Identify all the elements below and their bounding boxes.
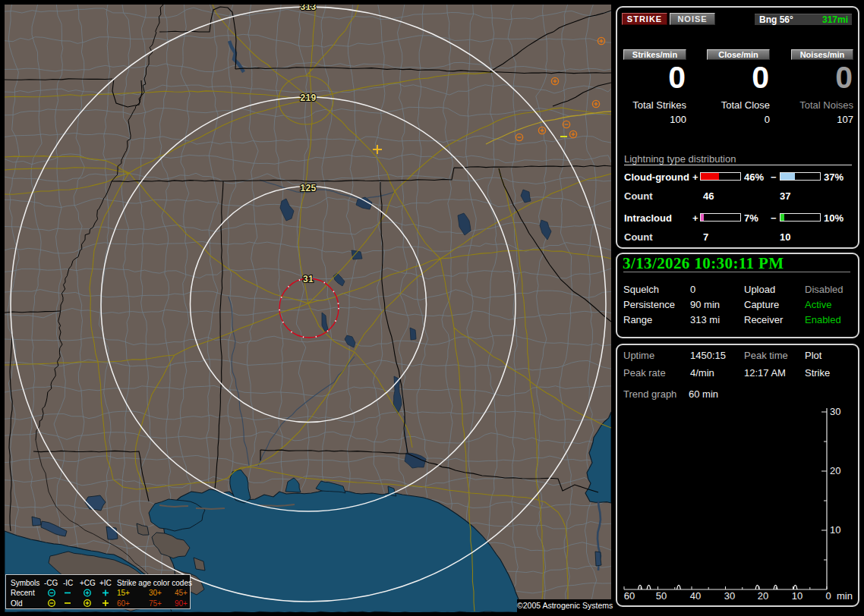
svg-text:313: 313 — [301, 5, 317, 12]
svg-text:219: 219 — [301, 93, 317, 103]
svg-text:20: 20 — [830, 465, 840, 476]
svg-text:125: 125 — [301, 183, 317, 193]
svg-text:10: 10 — [830, 524, 840, 536]
svg-text:30: 30 — [830, 406, 840, 417]
svg-text:31: 31 — [303, 274, 314, 284]
